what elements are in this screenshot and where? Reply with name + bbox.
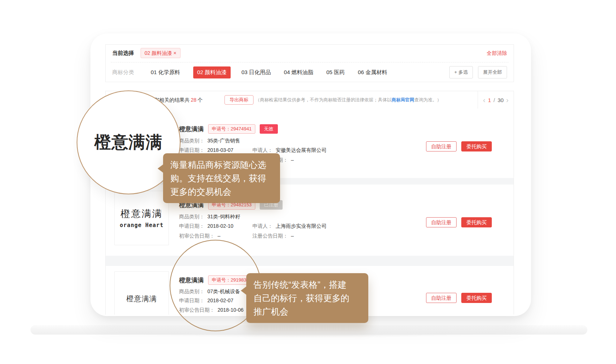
trademark-image-subtext: orange Heart	[120, 222, 163, 228]
expand-all-button[interactable]: 展开全部	[478, 66, 507, 78]
field-apply-date: 申请日期：2018-02-10	[179, 223, 251, 230]
application-number-tag: 申请号：29474941	[208, 124, 255, 134]
tooltip-line: 推广机会	[254, 305, 361, 318]
entrust-buy-button[interactable]: 委托购买	[461, 293, 492, 303]
field-line: 申请日期：2018-03-07 申请人：安徽美达会展有限公司	[179, 147, 327, 154]
current-page: 1	[488, 97, 491, 103]
field-applicant: 申请人：安徽美达会展有限公司	[252, 147, 327, 154]
current-selection-label: 当前选择	[112, 45, 134, 61]
field-category: 商品类别：35类-广告销售	[179, 138, 240, 144]
category-item-05[interactable]: 05 医药	[326, 69, 345, 76]
multi-select-button[interactable]: + 多选	[449, 66, 473, 78]
prev-page-icon[interactable]: ‹	[483, 96, 486, 104]
tooltip-arrow-icon	[158, 164, 163, 173]
tooltip-line: 海量精品商标资源随心选	[170, 158, 273, 171]
field-category: 商品类别：31类-饲料种籽	[179, 214, 240, 220]
field-applicant: 申请人：上海雨步实业有限公司	[252, 223, 327, 230]
self-register-button[interactable]: 自助注册	[426, 217, 457, 227]
application-number-value: 29474941	[231, 126, 252, 132]
trademark-image-text: 橙意满满	[121, 207, 163, 220]
entrust-buy-button[interactable]: 委托购买	[461, 141, 492, 151]
disclaimer-text: （商标检索结果仅供参考，不作为商标能否注册的法律依据；具体以商标局官网查询为准。…	[255, 91, 442, 109]
tooltip-line: 更多的交易机会	[170, 185, 273, 198]
trademark-name: 橙意满满	[179, 125, 204, 133]
field-apply-date: 申请日期：2018-03-07	[179, 147, 251, 154]
trademark-image-text: 橙意满满	[126, 294, 157, 304]
tooltip-line: 告别传统“发表格”，搭建	[254, 278, 361, 291]
field-line: 申请日期：2018-02-10 申请人：上海雨步实业有限公司	[179, 223, 327, 230]
category-item-04[interactable]: 04 燃料油脂	[284, 69, 313, 76]
filter-panel: 当前选择 02 颜料油漆× 全部清除 商标分类 01 化学原料 02 颜料油漆 …	[105, 44, 514, 82]
field-line: 初审公告日期：– 注册公告日期：–	[179, 233, 294, 239]
tooltip-line: 购。支持在线交易，获得	[170, 171, 273, 185]
trademark-image-card: 橙意满满 orange Heart	[114, 191, 169, 245]
clear-all-button[interactable]: 全部清除	[487, 45, 507, 61]
next-page-icon[interactable]: ›	[506, 96, 509, 104]
current-selection-row: 当前选择 02 颜料油漆× 全部清除	[106, 45, 514, 61]
magnified-trademark-text: 橙意满满	[94, 131, 163, 154]
tooltip-promotion: 告别传统“发表格”，搭建 自己的标行，获得更多的 推广机会	[246, 273, 368, 323]
self-register-button[interactable]: 自助注册	[426, 141, 457, 151]
trademark-title-line: 橙意满满 申请号：29474941 无效	[179, 124, 278, 134]
row-divider	[106, 256, 514, 266]
page-separator: /	[494, 97, 495, 103]
tooltip-marketplace: 海量精品商标资源随心选 购。支持在线交易，获得 更多的交易机会	[163, 153, 280, 203]
export-trademark-button[interactable]: 导出商标	[224, 95, 254, 105]
category-item-06[interactable]: 06 金属材料	[358, 69, 387, 76]
category-item-03[interactable]: 03 日化用品	[242, 69, 271, 76]
tooltip-arrow-icon	[241, 286, 247, 295]
field-line: 商品类别：35类-广告销售	[179, 138, 240, 144]
field-registration-publication: 注册公告日期：–	[252, 233, 294, 239]
application-number-label: 申请号：	[212, 126, 231, 132]
category-item-01[interactable]: 01 化学原料	[151, 69, 180, 76]
results-count: 28	[191, 97, 196, 103]
row-actions: 自助注册 委托购买	[426, 217, 492, 227]
field-line: 商品类别：31类-饲料种籽	[179, 214, 240, 220]
entrust-buy-button[interactable]: 委托购买	[461, 217, 492, 227]
self-register-button[interactable]: 自助注册	[426, 293, 457, 303]
field-first-publication: 初审公告日期：–	[179, 233, 251, 239]
laptop-base	[31, 325, 587, 335]
results-count-unit: 个	[198, 97, 203, 103]
category-label: 商标分类	[112, 69, 134, 76]
pagination: ‹ 1 / 30 ›	[478, 91, 514, 109]
row-actions: 自助注册 委托购买	[426, 141, 492, 151]
disclaimer-suffix: 查询为准。）	[414, 97, 442, 102]
total-pages: 30	[498, 97, 504, 103]
tag-close-icon[interactable]: ×	[173, 50, 176, 56]
selected-filter-tag[interactable]: 02 颜料油漆×	[141, 48, 181, 58]
tooltip-line: 自己的标行，获得更多的	[254, 291, 361, 305]
selected-filter-tag-label: 02 颜料油漆	[145, 50, 172, 56]
status-badge: 无效	[260, 124, 278, 134]
trademark-image-card: 橙意满满	[114, 271, 169, 315]
trademark-office-link[interactable]: 商标局官网	[392, 97, 414, 102]
row-actions: 自助注册 委托购买	[426, 293, 492, 303]
category-item-02-selected[interactable]: 02 颜料油漆	[193, 66, 231, 78]
divider	[111, 62, 508, 62]
category-actions: + 多选 展开全部	[449, 66, 507, 78]
disclaimer-prefix: （商标检索结果仅供参考，不作为商标能否注册的法律依据；具体以	[255, 97, 392, 102]
results-summary-bar: 检索到“橙意满满”相关的结果共28个 导出商标 （商标检索结果仅供参考，不作为商…	[106, 91, 514, 109]
category-row: 商标分类 01 化学原料 02 颜料油漆 03 日化用品 04 燃料油脂 05 …	[106, 63, 514, 82]
